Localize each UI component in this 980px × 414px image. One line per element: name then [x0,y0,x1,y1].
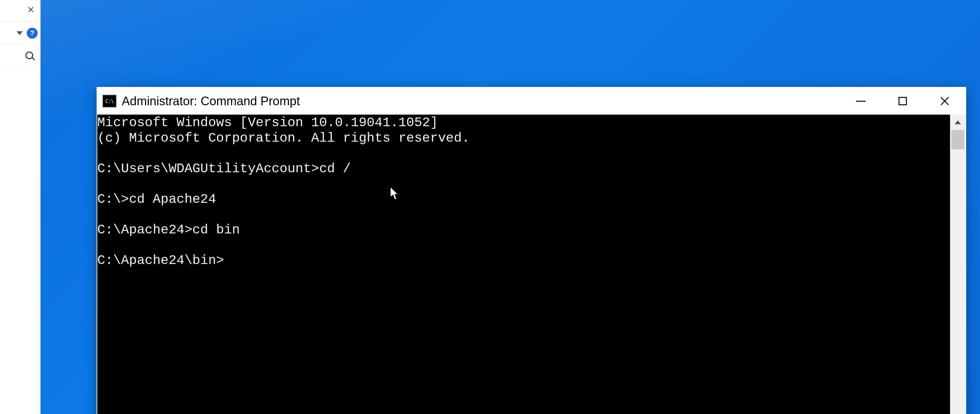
minimize-button[interactable] [840,87,882,114]
command-prompt-window: C:\ Administrator: Command Prompt Micros… [97,87,966,414]
terminal-line: C:\Users\WDAGUtilityAccount>cd / [97,161,351,176]
close-icon [940,96,950,106]
terminal-prompt[interactable]: C:\Apache24\bin> [97,253,224,268]
close-icon: ✕ [27,5,35,15]
terminal-line: Microsoft Windows [Version 10.0.19041.10… [97,115,438,130]
maximize-button[interactable] [882,87,924,114]
terminal-line: C:\Apache24>cd bin [97,222,240,237]
minimize-icon [856,101,865,102]
terminal-output[interactable]: Microsoft Windows [Version 10.0.19041.10… [97,114,950,414]
window-title: Administrator: Command Prompt [122,94,840,108]
search-icon[interactable] [25,51,35,60]
help-icon[interactable]: ? [27,28,38,39]
terminal-area: Microsoft Windows [Version 10.0.19041.10… [97,114,966,414]
titlebar[interactable]: C:\ Administrator: Command Prompt [97,87,966,114]
scrollbar-thumb[interactable] [951,130,964,149]
scroll-up-icon [955,121,961,124]
background-app-window: ✕ ? [0,0,41,414]
vertical-scrollbar[interactable] [950,114,966,414]
close-button[interactable]: ✕ [21,0,40,19]
maximize-icon [899,97,907,105]
background-search-row [0,44,40,67]
chevron-down-icon[interactable] [16,31,23,35]
cmd-app-icon: C:\ [102,95,116,108]
close-button[interactable] [924,87,966,114]
terminal-line: (c) Microsoft Corporation. All rights re… [97,131,469,146]
scrollbar-up-button[interactable] [950,114,966,130]
desktop: ✕ ? C:\ Administrator: Command Prompt [0,0,980,414]
terminal-line: C:\>cd Apache24 [97,192,216,207]
background-titlebar: ✕ [0,0,40,22]
background-toolbar: ? [0,22,40,44]
